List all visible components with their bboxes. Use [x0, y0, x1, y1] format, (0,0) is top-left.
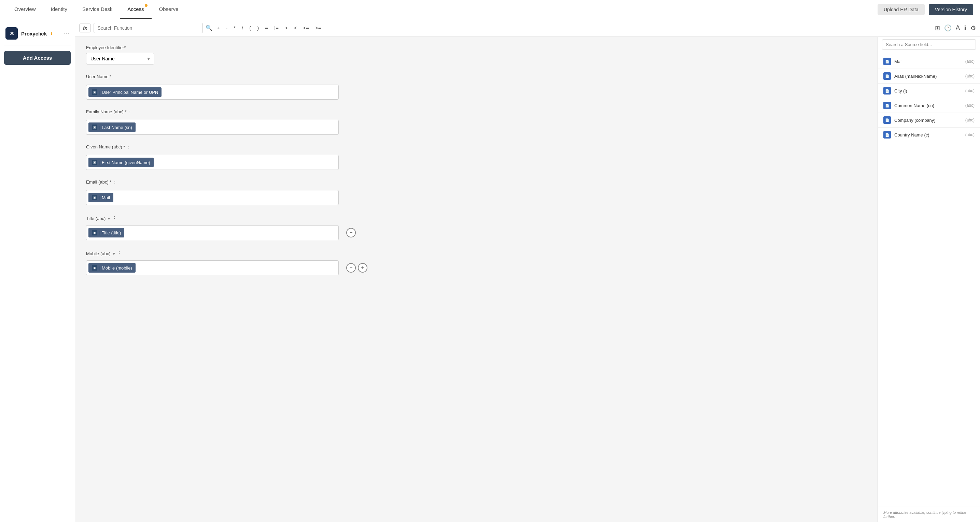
nav-observe[interactable]: Observe	[152, 0, 186, 19]
employee-identifier-select[interactable]: User Name	[86, 53, 154, 65]
version-history-button[interactable]: Version History	[929, 4, 973, 15]
panel-item-mail-type: (abc)	[965, 59, 975, 64]
panel-item-mail-name: Mail	[894, 59, 962, 64]
sidebar-menu-icon[interactable]: ⋯	[63, 30, 69, 37]
family-name-colon: :	[129, 109, 130, 114]
panel-item-icon: 📄	[883, 87, 891, 95]
mobile-header: Mobile (abc) ▼ :	[86, 250, 372, 258]
tag-icon: ▣	[92, 160, 97, 165]
formula-operators: + - * / ( ) = != > < <= >=	[215, 24, 932, 32]
panel-footer: More attributes available, continue typi…	[878, 507, 980, 522]
email-header: Email (abc) * :	[86, 179, 372, 187]
formula-bar: fx 🔍 + - * / ( ) = != > < <= >= ⊞ 🕐 A	[75, 19, 980, 37]
op-greater-equals[interactable]: >=	[314, 24, 323, 32]
mobile-tag-label: | Mobile (mobile)	[99, 265, 132, 271]
op-minus[interactable]: -	[224, 24, 229, 32]
title-actions: −	[346, 228, 356, 238]
mobile-colon: :	[118, 250, 120, 255]
mobile-mapping-row[interactable]: ▣ | Mobile (mobile)	[86, 260, 339, 275]
nav-service-desk[interactable]: Service Desk	[75, 0, 120, 19]
family-name-tag-label: | Last Name (sn)	[99, 125, 132, 130]
given-name-header: Given Name (abc) * :	[86, 144, 372, 152]
email-mapping-row[interactable]: ▣ | Mail	[86, 190, 339, 205]
panel-item-icon: 📄	[883, 116, 891, 124]
mobile-tag: ▣ | Mobile (mobile)	[88, 263, 135, 273]
email-label: Email (abc) *	[86, 179, 111, 184]
panel-item-icon: 📄	[883, 72, 891, 80]
op-equals[interactable]: =	[264, 24, 269, 32]
title-header: Title (abc) ▼ :	[86, 214, 372, 222]
access-badge	[145, 4, 148, 7]
grid-tool-icon[interactable]: ⊞	[935, 24, 940, 32]
mobile-add-button[interactable]: +	[358, 263, 368, 273]
search-icon[interactable]: 🔍	[205, 25, 212, 31]
settings-tool-icon[interactable]: ⚙	[970, 24, 976, 32]
employee-identifier-select-wrapper: User Name ▼	[86, 53, 154, 65]
family-name-header: Family Name (abc) * :	[86, 109, 372, 117]
panel-item-icon: 📄	[883, 102, 891, 109]
op-divide[interactable]: /	[240, 24, 245, 32]
user-name-tag: ▣ | User Principal Name or UPN	[88, 87, 162, 97]
tag-icon: ▣	[92, 125, 97, 130]
given-name-mapping-row[interactable]: ▣ | First Name (givenName)	[86, 155, 339, 170]
app-layout: ✕ Proxyclick ℹ ⋯ Add Access fx 🔍 + - * /…	[0, 19, 980, 522]
panel-item-company-type: (abc)	[965, 118, 975, 122]
nav-access[interactable]: Access	[120, 0, 151, 19]
user-name-mapping-row[interactable]: ▣ | User Principal Name or UPN	[86, 85, 339, 100]
logo-text: Proxyclick	[21, 31, 47, 36]
panel-item-cn[interactable]: 📄 Common Name (cn) (abc)	[878, 98, 980, 113]
email-tag: ▣ | Mail	[88, 193, 113, 202]
info-tool-icon[interactable]: ℹ	[964, 24, 966, 32]
title-mapping-row[interactable]: ▣ | Title (title)	[86, 225, 339, 240]
panel-list: 📄 Mail (abc) 📄 Alias (mailNickName) (abc…	[878, 54, 980, 507]
panel-search-input[interactable]	[882, 39, 976, 50]
panel-item-mail[interactable]: 📄 Mail (abc)	[878, 54, 980, 69]
mobile-dropdown-icon[interactable]: ▼	[112, 251, 116, 256]
user-name-header: User Name *	[86, 74, 372, 82]
op-plus[interactable]: +	[215, 24, 221, 32]
title-dropdown-icon[interactable]: ▼	[107, 216, 111, 221]
panel-item-company-name: Company (company)	[894, 118, 962, 123]
given-name-group: Given Name (abc) * : ▣ | First Name (giv…	[86, 144, 372, 170]
panel-item-icon: 📄	[883, 131, 891, 138]
op-greater[interactable]: >	[283, 24, 289, 32]
op-close-paren[interactable]: )	[256, 24, 260, 32]
email-tag-label: | Mail	[99, 195, 110, 200]
upload-hr-data-button[interactable]: Upload HR Data	[878, 4, 925, 15]
op-open-paren[interactable]: (	[248, 24, 252, 32]
fx-button[interactable]: fx	[79, 24, 91, 32]
family-name-tag: ▣ | Last Name (sn)	[88, 122, 135, 132]
title-tag-label: | Title (title)	[99, 230, 121, 235]
nav-overview[interactable]: Overview	[7, 0, 43, 19]
text-tool-icon[interactable]: A	[956, 24, 960, 32]
mobile-remove-button[interactable]: −	[346, 263, 356, 273]
email-colon: :	[114, 179, 115, 184]
family-name-mapping-row[interactable]: ▣ | Last Name (sn)	[86, 120, 339, 135]
given-name-colon: :	[128, 144, 129, 149]
form-area: Employee Identifier* User Name ▼ User Na	[75, 37, 980, 296]
panel-item-company[interactable]: 📄 Company (company) (abc)	[878, 113, 980, 128]
clock-tool-icon[interactable]: 🕐	[944, 24, 952, 32]
given-name-tag: ▣ | First Name (givenName)	[88, 158, 154, 167]
main-content: fx 🔍 + - * / ( ) = != > < <= >= ⊞ 🕐 A	[75, 19, 980, 522]
title-tag: ▣ | Title (title)	[88, 228, 124, 238]
logo-icon: ✕	[5, 27, 18, 40]
user-name-group: User Name * ▣ | User Principal Name or U…	[86, 74, 372, 100]
op-multiply[interactable]: *	[232, 24, 237, 32]
panel-item-country[interactable]: 📄 Country Name (c) (abc)	[878, 128, 980, 142]
search-function-input[interactable]	[94, 23, 203, 33]
title-label: Title (abc) ▼	[86, 216, 111, 221]
panel-item-alias-type: (abc)	[965, 74, 975, 78]
title-remove-button[interactable]: −	[346, 228, 356, 238]
panel-item-city[interactable]: 📄 City (l) (abc)	[878, 84, 980, 98]
logo-info-icon: ℹ	[51, 32, 52, 35]
op-less[interactable]: <	[293, 24, 298, 32]
panel-item-city-name: City (l)	[894, 88, 962, 94]
form-content: Employee Identifier* User Name ▼ User Na	[75, 37, 382, 296]
op-less-equals[interactable]: <=	[302, 24, 310, 32]
add-access-button[interactable]: Add Access	[4, 51, 71, 65]
panel-item-country-type: (abc)	[965, 132, 975, 137]
op-not-equals[interactable]: !=	[273, 24, 280, 32]
panel-item-alias[interactable]: 📄 Alias (mailNickName) (abc)	[878, 69, 980, 84]
nav-identity[interactable]: Identity	[43, 0, 75, 19]
